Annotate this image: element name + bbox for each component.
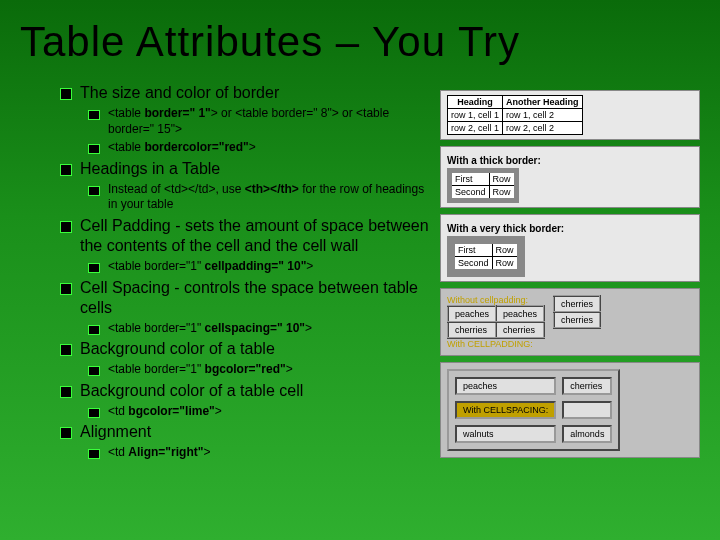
- fig-table-headings: HeadingAnother Heading row 1, cell 1row …: [440, 90, 700, 140]
- fig-thick-border: With a thick border: FirstRow SecondRow: [440, 146, 700, 208]
- bullet-alignment: Alignment: [80, 422, 151, 442]
- bullet-cellspacing: Cell Spacing - controls the space betwee…: [80, 278, 430, 318]
- bullet-bgcolor-cell: Background color of a table cell: [80, 381, 303, 401]
- code-bgcolor-cell: <td bgcolor="lime">: [108, 404, 222, 420]
- code-bordercolor: <table bordercolor="red">: [108, 140, 256, 156]
- bullet-headings: Headings in a Table: [80, 159, 220, 179]
- bullet-border-size-color: The size and color of border: [80, 83, 279, 103]
- bullet-list: The size and color of border <table bord…: [60, 80, 430, 464]
- bullet-cellpadding: Cell Padding - sets the amount of space …: [80, 216, 430, 256]
- code-cellpadding: <table border="1" cellpadding=" 10">: [108, 259, 313, 275]
- code-bgcolor-table: <table border="1" bgcolor="red">: [108, 362, 293, 378]
- bullet-bgcolor-table: Background color of a table: [80, 339, 275, 359]
- code-cellspacing: <table border="1" cellspacing=" 10">: [108, 321, 312, 337]
- code-align: <td Align="right">: [108, 445, 210, 461]
- code-border-sizes: <table border=" 1"> or <table border=" 8…: [108, 106, 430, 137]
- example-figures: HeadingAnother Heading row 1, cell 1row …: [440, 90, 700, 464]
- fig-cellspacing: peachescherries With CELLSPACING: walnut…: [440, 362, 700, 458]
- slide-title: Table Attributes – You Try: [0, 0, 720, 76]
- fig-cellpadding: Without cellpadding: peachespeaches cher…: [440, 288, 700, 356]
- text-th-instead-td: Instead of <td></td>, use <th></th> for …: [108, 182, 430, 213]
- fig-very-thick-border: With a very thick border: FirstRow Secon…: [440, 214, 700, 282]
